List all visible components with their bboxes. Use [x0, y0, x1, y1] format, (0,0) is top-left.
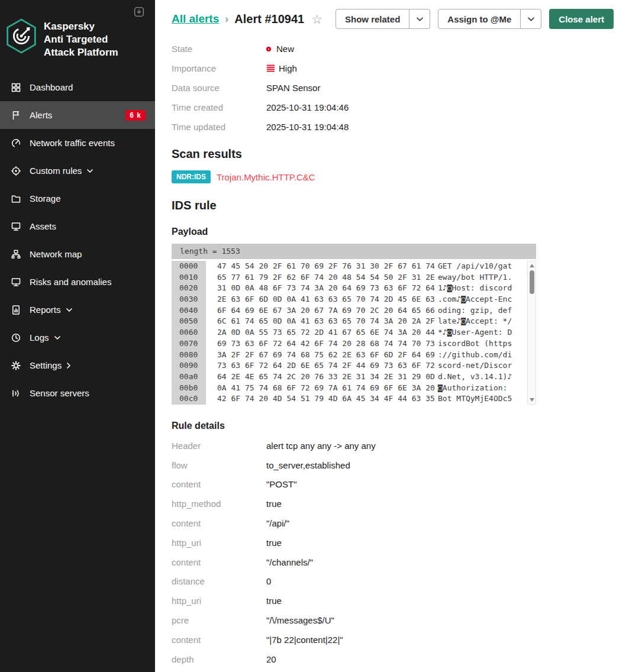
topbar: All alerts › Alert #10941 ☆ Show related…	[172, 6, 614, 32]
star-outline-icon[interactable]: ☆	[311, 13, 322, 25]
hex-row: 00b00A 41 75 74 68 6F 72 69 7A 61 74 69 …	[172, 383, 536, 394]
broadcast-icon	[11, 388, 21, 399]
alert-meta: State New Importance High	[172, 39, 614, 137]
close-alert-button[interactable]: Close alert	[549, 9, 614, 29]
hex-row: 009073 63 6F 72 64 2D 6E 65 74 2F 44 69 …	[172, 360, 536, 371]
payload-hex-viewer: length = 1553 000047 45 54 20 2F 61 70 6…	[172, 244, 536, 405]
page-title: Alert #10941	[234, 12, 304, 26]
assign-to-me-button[interactable]: Assign to @Me	[438, 9, 521, 29]
meta-row-importance: Importance High	[172, 59, 614, 78]
chevron-right-icon	[67, 363, 70, 369]
rule-detail-row: distance0	[172, 572, 614, 592]
sidebar-item-dashboard[interactable]: Dashboard	[0, 73, 155, 101]
scroll-up-arrow-icon[interactable]	[528, 262, 536, 269]
breadcrumb-separator: ›	[225, 13, 228, 25]
sidebar-item-assets[interactable]: Assets	[0, 212, 155, 240]
show-related-button[interactable]: Show related	[336, 9, 409, 29]
scroll-down-arrow-icon[interactable]	[528, 396, 536, 403]
payload-body: 000047 45 54 20 2F 61 70 69 2F 76 31 30 …	[172, 261, 536, 405]
hex-row: 00506C 61 74 65 0D 0A 41 63 63 65 70 74 …	[172, 316, 536, 327]
rule-detail-row: http_uritrue	[172, 591, 614, 610]
chevron-down-icon	[417, 17, 423, 21]
rule-detail-row: Headeralert tcp any any -> any any	[172, 436, 614, 455]
scrollbar-thumb[interactable]	[530, 270, 534, 294]
hex-row: 002031 0D 0A 48 6F 73 74 3A 20 64 69 73 …	[172, 283, 536, 294]
sidebar-item-settings[interactable]: Settings	[0, 351, 155, 379]
rule-detail-row: http_client_bodytrue	[172, 669, 614, 672]
sidebar-nav: Dashboard Alerts 6 k Network traffic eve…	[0, 73, 155, 407]
sidebar-item-risks-and-anomalies[interactable]: Risks and anomalies	[0, 268, 155, 296]
app-window: Kaspersky Anti Targeted Attack Platform …	[0, 0, 629, 672]
sidebar: Kaspersky Anti Targeted Attack Platform …	[0, 0, 155, 672]
download-icon[interactable]	[133, 5, 146, 21]
rule-detail-row: pcre"/\/messages$/U"	[172, 610, 614, 630]
ndr-ids-badge: NDR:IDS	[172, 170, 211, 183]
hex-row: 00302E 63 6F 6D 0D 0A 41 63 63 65 70 74 …	[172, 294, 536, 305]
rule-detail-row: http_methodtrue	[172, 494, 614, 513]
monitor-icon	[11, 277, 21, 287]
chevron-down-icon	[66, 308, 72, 312]
hex-row: 007069 73 63 6F 72 64 42 6F 74 20 28 68 …	[172, 338, 536, 350]
sidebar-item-reports[interactable]: Reports	[0, 296, 155, 324]
state-value: New	[276, 44, 294, 54]
threat-name-link[interactable]: Trojan.Mythic.HTTP.C&C	[217, 172, 315, 182]
hex-row: 00803A 2F 2F 67 69 74 68 75 62 2E 63 6F …	[172, 350, 536, 361]
monitor-icon	[11, 221, 21, 232]
chevron-down-icon	[54, 336, 60, 340]
payload-scrollbar[interactable]	[527, 261, 536, 405]
ids-rule-heading: IDS rule	[172, 199, 614, 212]
hex-row: 000047 45 54 20 2F 61 70 69 2F 76 31 30 …	[172, 261, 536, 272]
payload-length: length = 1553	[172, 244, 536, 259]
alerts-count-badge: 6 k	[125, 110, 146, 121]
payload-heading: Payload	[172, 227, 614, 237]
time-created-value: 2025-10-31 19:04:46	[266, 102, 349, 112]
hex-row: 001065 77 61 79 2F 62 6F 74 20 48 54 54 …	[172, 272, 536, 283]
time-updated-value: 2025-10-31 19:04:48	[266, 122, 349, 132]
clock-icon	[11, 332, 21, 343]
sidebar-item-network-traffic-events[interactable]: Network traffic events	[0, 129, 155, 157]
rule-detail-row: content"/channels/"	[172, 553, 614, 572]
gauge-icon	[11, 138, 21, 148]
meta-row-time-updated: Time updated 2025-10-31 19:04:48	[172, 117, 614, 137]
scan-results-heading: Scan results	[172, 147, 614, 161]
importance-value: High	[279, 63, 297, 73]
assign-dropdown-button[interactable]	[520, 9, 541, 29]
sidebar-item-alerts[interactable]: Alerts 6 k	[0, 101, 155, 129]
report-chart-icon	[11, 305, 21, 315]
sidebar-item-storage[interactable]: Storage	[0, 185, 155, 212]
breadcrumb-all-alerts-link[interactable]: All alerts	[172, 12, 219, 25]
action-buttons: Show related Assign to @Me Close alert	[336, 9, 614, 29]
rule-detail-row: flowto_server,established	[172, 455, 614, 475]
target-icon	[11, 166, 21, 176]
app-title: Kaspersky Anti Targeted Attack Platform	[44, 18, 118, 59]
brand: Kaspersky Anti Targeted Attack Platform	[0, 0, 155, 73]
rule-detail-row: content"/api/"	[172, 513, 614, 533]
hex-row: 00602A 0D 0A 55 73 65 72 2D 41 67 65 6E …	[172, 327, 536, 338]
gear-icon	[11, 360, 21, 371]
importance-high-icon	[266, 64, 275, 72]
kaspersky-logo-icon	[5, 18, 38, 57]
network-nodes-icon	[11, 249, 21, 260]
sidebar-item-logs[interactable]: Logs	[0, 324, 155, 351]
show-related-button-group: Show related	[336, 9, 430, 29]
chevron-down-icon	[87, 169, 93, 173]
meta-row-state: State New	[172, 39, 614, 59]
main-content: All alerts › Alert #10941 ☆ Show related…	[155, 0, 629, 672]
meta-row-data-source: Data source SPAN Sensor	[172, 78, 614, 98]
data-source-value: SPAN Sensor	[266, 83, 320, 93]
meta-row-time-created: Time created 2025-10-31 19:04:46	[172, 98, 614, 117]
show-related-dropdown-button[interactable]	[409, 9, 430, 29]
sidebar-item-custom-rules[interactable]: Custom rules	[0, 157, 155, 185]
sidebar-item-network-map[interactable]: Network map	[0, 240, 155, 268]
chevron-down-icon	[528, 17, 534, 21]
dashboard-grid-icon	[11, 82, 21, 93]
folder-icon	[11, 193, 21, 204]
assign-button-group: Assign to @Me	[438, 9, 541, 29]
sidebar-item-sensor-servers[interactable]: Sensor servers	[0, 379, 155, 407]
flag-icon	[11, 110, 21, 121]
rule-details: Headeralert tcp any any -> any any flowt…	[172, 436, 614, 672]
scan-result-row: NDR:IDS Trojan.Mythic.HTTP.C&C	[172, 170, 614, 183]
rule-detail-row: content"|7b 22|content|22|"	[172, 630, 614, 650]
rule-details-heading: Rule details	[172, 421, 614, 431]
rule-detail-row: content"POST"	[172, 475, 614, 495]
